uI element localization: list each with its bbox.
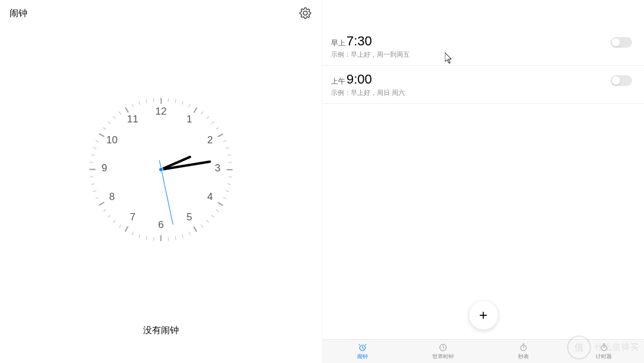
empty-state-text: 没有闹钟 bbox=[0, 325, 322, 336]
analog-clock: 121234567891011 bbox=[0, 98, 322, 241]
clock-numeral: 10 bbox=[104, 134, 120, 149]
alarm-time: 7:30 bbox=[346, 33, 372, 49]
timer-icon bbox=[599, 343, 609, 352]
globe-clock-icon bbox=[438, 343, 448, 352]
tab-stopwatch[interactable]: 秒表 bbox=[484, 340, 564, 363]
clock-numeral: 5 bbox=[181, 211, 198, 226]
alarm-toggle[interactable] bbox=[611, 75, 632, 86]
clock-numeral: 6 bbox=[153, 219, 169, 233]
alarm-row[interactable]: 早上7:30示例：早上好，周一到周五 bbox=[323, 27, 644, 66]
plus-icon: + bbox=[479, 307, 487, 324]
alarm-icon bbox=[358, 343, 367, 352]
alarm-period: 早上 bbox=[331, 38, 345, 48]
alarm-row[interactable]: 上午9:00示例：早上好，周日 周六 bbox=[323, 66, 644, 104]
tab-label: 世界时钟 bbox=[432, 353, 454, 361]
right-pane: 早上7:30示例：早上好，周一到周五上午9:00示例：早上好，周日 周六 + 闹… bbox=[322, 0, 644, 363]
clock-numeral: 1 bbox=[181, 113, 198, 128]
tab-worldclock[interactable]: 世界时钟 bbox=[403, 340, 484, 363]
alarm-description: 示例：早上好，周日 周六 bbox=[331, 88, 405, 97]
stopwatch-icon bbox=[519, 343, 528, 352]
settings-button[interactable] bbox=[298, 6, 312, 20]
left-pane: 闹钟 121234567891011 没有闹钟 bbox=[0, 0, 322, 363]
alarm-toggle[interactable] bbox=[611, 37, 632, 48]
alarm-time: 9:00 bbox=[346, 72, 372, 87]
clock-numeral: 2 bbox=[202, 134, 218, 149]
alarm-description: 示例：早上好，周一到周五 bbox=[331, 50, 410, 59]
tab-label: 秒表 bbox=[518, 353, 529, 361]
gear-icon bbox=[299, 7, 311, 19]
bottom-tab-bar: 闹钟世界时钟秒表计时器 bbox=[323, 339, 644, 363]
tab-alarm[interactable]: 闹钟 bbox=[323, 340, 403, 363]
clock-numeral: 4 bbox=[202, 191, 218, 205]
clock-numeral: 8 bbox=[104, 191, 120, 205]
clock-numeral: 12 bbox=[153, 106, 169, 120]
left-header: 闹钟 bbox=[0, 0, 322, 26]
page-title: 闹钟 bbox=[10, 8, 27, 19]
add-alarm-button[interactable]: + bbox=[469, 301, 498, 330]
clock-numeral: 3 bbox=[209, 162, 226, 177]
clock-center-cap bbox=[159, 167, 163, 172]
clock-numeral: 7 bbox=[125, 211, 141, 226]
alarm-period: 上午 bbox=[331, 76, 345, 87]
alarm-list: 早上7:30示例：早上好，周一到周五上午9:00示例：早上好，周日 周六 bbox=[323, 27, 644, 104]
clock-numeral: 11 bbox=[125, 113, 141, 128]
tab-timer[interactable]: 计时器 bbox=[564, 340, 644, 363]
tab-label: 计时器 bbox=[596, 353, 612, 361]
clock-numeral: 9 bbox=[96, 162, 113, 177]
tab-label: 闹钟 bbox=[357, 353, 368, 361]
